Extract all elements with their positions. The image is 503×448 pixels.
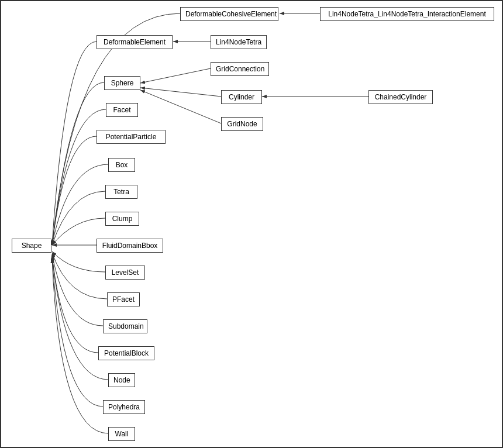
node-ChainedCylinder: ChainedCylinder — [368, 90, 433, 104]
svg-line-4 — [140, 68, 211, 83]
node-GridNode: GridNode — [221, 117, 263, 131]
node-Lin4NodeTetra: Lin4NodeTetra — [211, 35, 267, 49]
node-Clump: Clump — [105, 212, 139, 226]
node-Node: Node — [108, 373, 135, 387]
node-Tetra: Tetra — [105, 185, 137, 199]
node-Lin4NodeTetra-InteractionElement: Lin4NodeTetra_Lin4NodeTetra_InteractionE… — [320, 7, 494, 21]
node-Box: Box — [108, 158, 135, 172]
node-Cylinder: Cylinder — [221, 90, 262, 104]
node-Wall: Wall — [108, 427, 135, 441]
node-PotentialBlock: PotentialBlock — [98, 346, 154, 360]
node-LevelSet: LevelSet — [105, 266, 145, 280]
diagram-container: Shape DeformableElement DeformableCohesi… — [0, 0, 503, 448]
node-GridConnection: GridConnection — [211, 62, 269, 76]
node-DeformableCohesiveElement: DeformableCohesiveElement — [180, 7, 278, 21]
node-PFacet: PFacet — [107, 292, 140, 306]
node-Shape: Shape — [12, 239, 51, 253]
node-Sphere: Sphere — [104, 76, 140, 90]
node-Polyhedra: Polyhedra — [103, 400, 145, 414]
node-PotentialParticle: PotentialParticle — [97, 130, 166, 144]
node-Subdomain: Subdomain — [103, 319, 147, 333]
node-Facet: Facet — [106, 103, 138, 117]
node-DeformableElement: DeformableElement — [97, 35, 173, 49]
node-FluidDomainBbox: FluidDomainBbox — [97, 239, 163, 253]
